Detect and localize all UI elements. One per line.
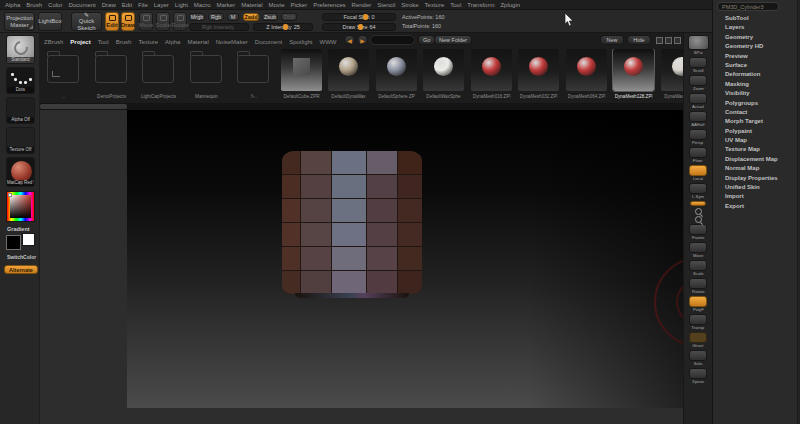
shelf-rotate[interactable]: Rotate (689, 278, 707, 295)
shelf-persp[interactable]: Persp (689, 129, 707, 146)
shelf-actual[interactable]: Actual (689, 93, 707, 110)
thumb-size-small-icon[interactable] (656, 37, 663, 44)
new-folder-button[interactable]: New Folder (434, 35, 472, 45)
lightbox-item-lightcapprojects[interactable]: LightCapProjects (138, 49, 179, 103)
color-picker-field[interactable] (10, 195, 31, 218)
mrgb-button[interactable]: Mrgb (189, 13, 205, 21)
menu-item-color[interactable]: Color (48, 2, 62, 8)
lightbox-scrollbar[interactable] (40, 103, 683, 110)
menu-item-light[interactable]: Light (175, 2, 188, 8)
edit-button[interactable]: Edit (105, 12, 119, 31)
tool-section-import[interactable]: Import (725, 193, 778, 199)
tool-section-polygroups[interactable]: Polygroups (725, 100, 778, 106)
lightbox-item-defaultwaxsphe[interactable]: DefaultWaxSphe (423, 49, 464, 103)
lightbox-tab-zbrush[interactable]: ZBrush (44, 39, 63, 45)
tool-section-displacement-map[interactable]: Displacement Map (725, 156, 778, 162)
tool-section-polypaint[interactable]: Polypaint (725, 128, 778, 134)
tool-section-geometry-hd[interactable]: Geometry HD (725, 43, 778, 49)
shelf-aahalf[interactable]: AAHalf (689, 111, 707, 128)
menu-item-material[interactable]: Material (241, 2, 262, 8)
secondary-color-swatch[interactable] (22, 233, 35, 246)
menu-item-document[interactable]: Document (68, 2, 95, 8)
shelf-frame[interactable]: Frame (689, 224, 707, 241)
current-brush-thumbnail[interactable]: Standard (6, 35, 35, 64)
lightbox-tab-alpha[interactable]: Alpha (165, 39, 180, 45)
lightbox-item-dynamesh032-zpr[interactable]: DynaMesh032.ZPR (518, 49, 559, 103)
zsub-button[interactable]: Zsub (262, 13, 278, 21)
lightbox-item-dynamesh016-zpr[interactable]: DynaMesh016.ZPR (471, 49, 512, 103)
lightbox-tab-brush[interactable]: Brush (116, 39, 132, 45)
lightbox-prev-button[interactable]: ◀ (344, 35, 355, 45)
shelf-zoom[interactable]: Zoom (689, 75, 707, 92)
tool-section-contact[interactable]: Contact (725, 109, 778, 115)
lightbox-item-defaultsphere-zp[interactable]: DefaultSphere.ZP (376, 49, 417, 103)
quick-sketch-button[interactable]: ✎Quick Sketch (71, 12, 102, 31)
menu-item-draw[interactable]: Draw (102, 2, 116, 8)
z-intensity-handle[interactable] (283, 24, 288, 30)
rotate-button[interactable]: Rotate (173, 12, 187, 31)
focal-shift-slider[interactable]: Focal Shift0 (322, 13, 396, 21)
tool-section-morph-target[interactable]: Morph Target (725, 118, 778, 124)
alternate-button[interactable]: Alternate (4, 265, 38, 274)
shelf-local[interactable]: Local (689, 165, 707, 182)
color-picker[interactable] (6, 191, 35, 222)
shelf-floor[interactable]: Floor (689, 147, 707, 164)
tool-section-subtool[interactable]: SubTool (725, 15, 778, 21)
shelf-solo[interactable]: Solo (689, 350, 707, 367)
menu-item-marker[interactable]: Marker (216, 2, 235, 8)
menu-item-alpha[interactable]: Alpha (5, 2, 20, 8)
tool-section-surface[interactable]: Surface (725, 62, 778, 68)
lightbox-item-f[interactable]: :f-.. (233, 49, 274, 103)
lightbox-hide-button[interactable]: Hide (627, 35, 651, 45)
tool-section-display-properties[interactable]: Display Properties (725, 175, 778, 181)
rgb-intensity-slider[interactable]: Rgb Intensity (189, 23, 249, 31)
tool-section-masking[interactable]: Masking (725, 81, 778, 87)
current-tool-name-field[interactable]: PM3D_Cylinder3 (717, 2, 779, 11)
zoom-in-icon[interactable] (695, 208, 702, 215)
lightbox-scrollbar-handle[interactable] (40, 104, 127, 109)
shelf-spix[interactable]: SPix (688, 35, 709, 56)
draw-button[interactable]: Draw (121, 12, 135, 31)
lightbox-item-mannequin[interactable]: Mannequin (186, 49, 227, 103)
menu-item-preferences[interactable]: Preferences (313, 2, 345, 8)
thumb-size-large-icon[interactable] (674, 37, 681, 44)
focal-shift-handle[interactable] (363, 14, 368, 20)
tool-section-layers[interactable]: Layers (725, 24, 778, 30)
shelf-polyf[interactable]: PolyF (689, 296, 707, 313)
lightbox-item-demoprojects[interactable]: DemoProjects (91, 49, 132, 103)
shelf-zoom-buttons[interactable] (695, 208, 702, 223)
lightbox-tab-www[interactable]: WWW (320, 39, 337, 45)
lightbox-new-button[interactable]: New (600, 35, 624, 45)
lightbox-tab-tool[interactable]: Tool (98, 39, 109, 45)
menu-item-movie[interactable]: Movie (269, 2, 285, 8)
tool-section-deformation[interactable]: Deformation (725, 71, 778, 77)
menu-item-layer[interactable]: Layer (154, 2, 169, 8)
lightbox-tab-material[interactable]: Material (187, 39, 208, 45)
z-intensity-slider[interactable]: Z Intensity25 (253, 23, 313, 31)
zoom-out-icon[interactable] (695, 216, 702, 223)
current-alpha-thumbnail[interactable]: Alpha Off (6, 97, 35, 124)
shelf-xpose[interactable]: Xpose (689, 368, 707, 385)
menu-item-edit[interactable]: Edit (122, 2, 132, 8)
shelf-transp[interactable]: Transp (689, 314, 707, 331)
shelf-item[interactable] (690, 201, 706, 206)
shelf-ghost[interactable]: Ghost (689, 332, 707, 349)
zadd-button[interactable]: Zadd (243, 13, 259, 21)
gradient-label[interactable]: Gradient (0, 226, 40, 232)
lightbox-tab-noisemaker[interactable]: NoiseMaker (216, 39, 248, 45)
menu-item-stroke[interactable]: Stroke (401, 2, 418, 8)
tool-section-preview[interactable]: Preview (725, 53, 778, 59)
menu-item-macro[interactable]: Macro (194, 2, 211, 8)
lightbox-item-defaultdynawax[interactable]: DefaultDynaWax (328, 49, 369, 103)
m-button[interactable]: M (227, 13, 239, 21)
switchcolor-button[interactable]: SwitchColor (0, 254, 40, 260)
lightbox-tab-project[interactable]: Project (70, 39, 90, 45)
tool-section-texture-map[interactable]: Texture Map (725, 146, 778, 152)
menu-item-stencil[interactable]: Stencil (377, 2, 395, 8)
menu-item-file[interactable]: File (138, 2, 148, 8)
lightbox-item-item[interactable]: .. (43, 49, 84, 103)
tool-section-normal-map[interactable]: Normal Map (725, 165, 778, 171)
lightbox-go-button[interactable]: Go (418, 35, 435, 45)
shelf-scale[interactable]: Scale (689, 260, 707, 277)
menu-item-picker[interactable]: Picker (291, 2, 308, 8)
